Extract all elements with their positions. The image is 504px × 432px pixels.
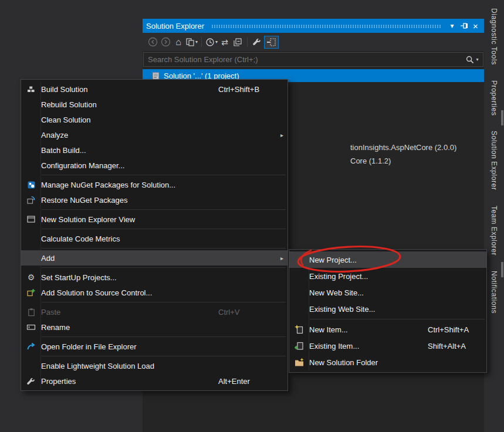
menu-separator	[42, 336, 286, 337]
submenu-arrow-icon: ▸	[280, 132, 283, 138]
menu-item-new-item[interactable]: New Item... Ctrl+Shift+A	[289, 321, 486, 338]
menu-item-new-solution-folder[interactable]: New Solution Folder	[289, 354, 486, 370]
existing-item-icon	[289, 341, 309, 351]
nuget-restore-icon	[21, 195, 41, 205]
menu-item-enable-lightweight-solution-load[interactable]: Enable Lightweight Solution Load	[21, 358, 287, 373]
search-button[interactable]: ▾	[462, 53, 483, 66]
tab-properties[interactable]: Properties	[490, 80, 498, 116]
toolbar-separator	[247, 37, 248, 47]
menu-item-existing-web-site[interactable]: Existing Web Site...	[289, 301, 486, 317]
search-input[interactable]	[144, 55, 462, 64]
show-all-files-icon[interactable]	[264, 36, 279, 49]
solution-context-menu: Build Solution Ctrl+Shift+B Rebuild Solu…	[21, 79, 288, 391]
add-submenu: New Project... Existing Project... New W…	[289, 249, 487, 373]
menu-item-batch-build[interactable]: Batch Build...	[21, 142, 287, 158]
menu-item-calculate-code-metrics[interactable]: Calculate Code Metrics	[21, 231, 287, 246]
menu-item-open-folder-in-file-explorer[interactable]: Open Folder in File Explorer	[21, 339, 287, 354]
open-folder-icon	[21, 342, 41, 351]
menu-item-existing-item[interactable]: Existing Item... Shift+Alt+A	[289, 338, 486, 354]
menu-item-clean-solution[interactable]: Clean Solution	[21, 112, 287, 127]
menu-separator	[42, 267, 286, 268]
scrollbar-thumb[interactable]	[501, 262, 503, 277]
menu-separator	[310, 319, 485, 319]
menu-item-set-startup-projects[interactable]: ⚙ Set StartUp Projects...	[21, 270, 287, 285]
search-icon	[466, 56, 474, 64]
tree-item-package[interactable]: Core (1.1.2)	[350, 157, 391, 165]
menu-item-build-solution[interactable]: Build Solution Ctrl+Shift+B	[21, 81, 287, 97]
menu-item-configuration-manager[interactable]: Configuration Manager...	[21, 158, 287, 173]
menu-item-new-project[interactable]: New Project...	[289, 251, 486, 268]
tree-item-package[interactable]: tionInsights.AspNetCore (2.0.0)	[350, 143, 456, 152]
tab-team-explorer[interactable]: Team Explorer	[490, 206, 498, 256]
tab-diagnostic-tools[interactable]: Diagnostic Tools	[490, 8, 498, 65]
menu-item-rename[interactable]: Rename	[21, 319, 287, 335]
wrench-icon	[21, 377, 41, 386]
tab-solution-explorer[interactable]: Solution Explorer	[490, 131, 498, 191]
switch-views-icon[interactable]: ▾	[185, 36, 198, 49]
pin-icon	[460, 22, 468, 30]
properties-wrench-icon[interactable]	[251, 36, 263, 49]
menu-item-new-web-site[interactable]: New Web Site...	[289, 284, 486, 301]
gear-icon: ⚙	[21, 273, 41, 281]
chevron-down-icon: ▾	[195, 39, 198, 45]
source-control-add-icon	[21, 288, 41, 297]
solution-explorer-toolbar: ⌂ ▾ ▾ ⇄	[143, 33, 484, 51]
back-icon[interactable]	[147, 36, 158, 49]
submenu-arrow-icon: ▸	[280, 255, 283, 261]
nuget-icon	[21, 181, 41, 189]
search-row: ▾	[143, 51, 484, 69]
rename-icon	[21, 322, 41, 332]
menu-item-properties[interactable]: Properties Alt+Enter	[21, 373, 287, 389]
home-icon[interactable]: ⌂	[172, 36, 184, 49]
menu-separator	[42, 209, 286, 210]
chevron-down-icon: ▾	[476, 57, 478, 62]
menu-item-analyze[interactable]: Analyze ▸	[21, 127, 287, 142]
menu-item-rebuild-solution[interactable]: Rebuild Solution	[21, 97, 287, 112]
menu-item-add-solution-to-source-control[interactable]: Add Solution to Source Control...	[21, 285, 287, 300]
window-position-icon[interactable]: ▾	[447, 21, 457, 31]
scrollbar-thumb[interactable]	[501, 110, 503, 125]
tab-notifications[interactable]: Notifications	[490, 271, 498, 314]
pending-changes-filter-icon[interactable]: ▾	[205, 36, 218, 49]
panel-title: Solution Explorer	[146, 22, 204, 30]
menu-separator	[42, 229, 286, 229]
vs-window: Solution Explorer ▾ × ⌂ ▾	[0, 0, 504, 432]
autohide-tab-strip: Diagnostic Tools Properties Solution Exp…	[484, 0, 504, 432]
close-icon[interactable]: ×	[471, 21, 481, 31]
menu-separator	[42, 248, 286, 249]
chevron-down-icon: ▾	[215, 39, 218, 45]
menu-item-existing-project[interactable]: Existing Project...	[289, 268, 486, 284]
auto-hide-pin-icon[interactable]	[459, 21, 469, 31]
menu-item-paste[interactable]: Paste Ctrl+V	[21, 304, 287, 319]
solution-explorer-titlebar[interactable]: Solution Explorer ▾ ×	[143, 19, 484, 33]
search-box[interactable]: ▾	[143, 52, 483, 67]
new-item-icon	[289, 325, 309, 334]
toolbar-separator	[201, 37, 202, 47]
collapse-all-icon[interactable]	[232, 36, 243, 49]
titlebar-drag-grip[interactable]	[211, 25, 441, 28]
forward-icon[interactable]	[160, 36, 171, 49]
menu-item-add[interactable]: Add ▸	[21, 250, 287, 266]
new-solution-folder-icon	[289, 358, 309, 367]
new-view-icon	[21, 215, 41, 224]
menu-separator	[42, 356, 286, 356]
sync-with-active-document-icon[interactable]: ⇄	[219, 36, 231, 49]
build-icon	[21, 84, 41, 94]
menu-item-restore-nuget-packages[interactable]: Restore NuGet Packages	[21, 192, 287, 208]
menu-item-new-solution-explorer-view[interactable]: New Solution Explorer View	[21, 212, 287, 227]
menu-item-manage-nuget-packages[interactable]: Manage NuGet Packages for Solution...	[21, 177, 287, 192]
menu-separator	[42, 175, 286, 175]
menu-separator	[42, 302, 286, 302]
paste-icon	[21, 308, 41, 317]
